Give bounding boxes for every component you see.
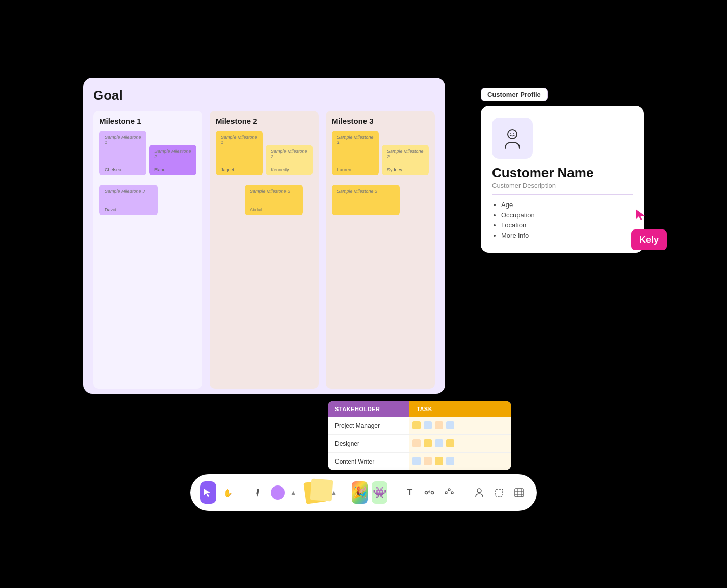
cell-3 bbox=[435, 457, 443, 465]
customer-name: Customer Name bbox=[492, 166, 633, 181]
sticky-m1-1[interactable]: Sample Milestone 1 Chelsea bbox=[99, 131, 146, 175]
goal-board: Goal Milestone 1 Sample Milestone 1 Chel… bbox=[83, 78, 445, 394]
frame-tool-button[interactable] bbox=[491, 481, 507, 504]
cell-1 bbox=[412, 439, 421, 447]
cursor-tool-button[interactable] bbox=[200, 481, 216, 504]
milestone-2-header: Milestone 2 bbox=[216, 117, 313, 125]
svg-point-0 bbox=[508, 130, 517, 139]
milestone-col-2: Milestone 2 Sample Milestone 1 Jarjeet S… bbox=[210, 111, 319, 389]
sticky-m1-2[interactable]: Sample Milestone 2 Rahul bbox=[149, 145, 196, 175]
table-row[interactable]: Designer bbox=[328, 435, 511, 453]
sticky-m1-3[interactable]: Sample Milestone 3 David bbox=[99, 185, 158, 215]
cell-1 bbox=[412, 421, 421, 429]
toolbar-divider-2 bbox=[345, 483, 345, 502]
milestone-1-header: Milestone 1 bbox=[99, 117, 196, 125]
sticky-m3-3[interactable]: Sample Milestone 3 bbox=[332, 185, 400, 215]
sticky-m3-2[interactable]: Sample Milestone 2 Sydney bbox=[382, 145, 429, 175]
text-tool-button[interactable]: T bbox=[402, 481, 418, 504]
pen-tool-button[interactable] bbox=[250, 481, 266, 504]
cell-2 bbox=[424, 457, 432, 465]
goal-title: Goal bbox=[93, 88, 435, 104]
toolbar-divider-3 bbox=[395, 483, 395, 502]
cell-2 bbox=[424, 421, 432, 429]
svg-point-2 bbox=[513, 133, 514, 134]
cell-3 bbox=[435, 421, 443, 429]
profile-list: Age Occupation Location More info bbox=[492, 201, 633, 239]
task-cells-3 bbox=[409, 453, 511, 470]
stakeholder-name-2: Designer bbox=[328, 435, 409, 452]
text-icon: T bbox=[407, 487, 412, 498]
user-badge-kely: Kely bbox=[631, 229, 667, 250]
person-tool-button[interactable] bbox=[472, 481, 487, 504]
person-tool-icon bbox=[474, 488, 484, 498]
toolbar: ✋ ▲ ▲ 🎉 👾 bbox=[190, 474, 537, 511]
table-tool-button[interactable] bbox=[511, 481, 527, 504]
svg-marker-3 bbox=[636, 209, 645, 220]
connector-tool-button[interactable] bbox=[422, 481, 437, 504]
sticky-m2-3[interactable]: Sample Milestone 3 Abdul bbox=[245, 185, 303, 215]
svg-text:✋: ✋ bbox=[223, 489, 232, 497]
pen-icon bbox=[253, 488, 263, 497]
avatar bbox=[492, 118, 533, 159]
customer-profile-tab[interactable]: Customer Profile bbox=[481, 88, 548, 101]
svg-point-12 bbox=[448, 489, 450, 491]
hand-tool-button[interactable]: ✋ bbox=[220, 481, 236, 504]
table-row[interactable]: Content Writer bbox=[328, 453, 511, 470]
profile-divider bbox=[492, 194, 633, 195]
cell-2 bbox=[424, 439, 432, 447]
cell-1 bbox=[412, 457, 421, 465]
task-cells-1 bbox=[409, 417, 511, 434]
profile-list-item: Age bbox=[501, 201, 633, 209]
svg-point-9 bbox=[431, 491, 434, 494]
stakeholder-name-3: Content Writer bbox=[328, 453, 409, 470]
circle-shape-icon bbox=[271, 485, 285, 500]
svg-marker-4 bbox=[204, 489, 211, 497]
sticky-stack-decoration bbox=[305, 479, 326, 506]
col-stakeholder-header: STAKEHOLDER bbox=[328, 401, 409, 417]
cell-4 bbox=[446, 457, 454, 465]
profile-list-item: Occupation bbox=[501, 211, 633, 219]
sticky-m3-1[interactable]: Sample Milestone 1 Lauren bbox=[332, 131, 379, 175]
sticker-monster-button[interactable]: 👾 bbox=[372, 481, 387, 504]
milestone-col-1: Milestone 1 Sample Milestone 1 Chelsea S… bbox=[93, 111, 202, 389]
frame-tool-icon bbox=[494, 488, 504, 498]
col-task-header: TASK bbox=[409, 401, 511, 417]
toolbar-divider-4 bbox=[464, 483, 464, 502]
hand-icon: ✋ bbox=[223, 488, 232, 497]
svg-rect-15 bbox=[496, 489, 503, 496]
svg-point-1 bbox=[510, 133, 511, 134]
sticky-m2-1[interactable]: Sample Milestone 1 Jarjeet bbox=[216, 131, 263, 175]
stakeholder-name-1: Project Manager bbox=[328, 417, 409, 434]
connector-icon bbox=[424, 488, 434, 498]
svg-point-11 bbox=[445, 492, 447, 494]
svg-point-13 bbox=[451, 492, 453, 494]
more-options-icon bbox=[444, 488, 454, 498]
svg-rect-6 bbox=[256, 488, 259, 495]
profile-list-item: More info bbox=[501, 232, 633, 239]
table-header: STAKEHOLDER TASK bbox=[328, 401, 511, 417]
svg-rect-16 bbox=[515, 489, 523, 497]
table-tool-icon bbox=[514, 488, 524, 498]
sticky-m2-2[interactable]: Sample Milestone 2 Kennedy bbox=[266, 145, 313, 175]
svg-point-14 bbox=[477, 489, 481, 493]
profile-list-item: Location bbox=[501, 221, 633, 229]
sticky-icon bbox=[310, 478, 333, 501]
cell-4 bbox=[446, 421, 454, 429]
task-cells-2 bbox=[409, 435, 511, 452]
customer-profile-card: Customer Name Customer Description Age O… bbox=[481, 106, 644, 253]
cursor-icon bbox=[203, 488, 213, 497]
person-icon bbox=[499, 125, 526, 151]
more-options-button[interactable] bbox=[442, 481, 457, 504]
milestones-row: Milestone 1 Sample Milestone 1 Chelsea S… bbox=[93, 111, 435, 389]
expand-shapes-button[interactable]: ▲ bbox=[290, 489, 297, 497]
sticker-funnel-button[interactable]: 🎉 bbox=[352, 481, 368, 504]
milestone-3-header: Milestone 3 bbox=[332, 117, 429, 125]
customer-description: Customer Description bbox=[492, 182, 633, 189]
cell-4 bbox=[446, 439, 454, 447]
svg-point-8 bbox=[425, 491, 428, 494]
customer-profile-wrapper: Customer Profile Customer Name Customer … bbox=[481, 88, 644, 253]
table-row[interactable]: Project Manager bbox=[328, 417, 511, 435]
shape-tool-button[interactable] bbox=[270, 481, 286, 504]
cell-3 bbox=[435, 439, 443, 447]
milestone-col-3: Milestone 3 Sample Milestone 1 Lauren Sa… bbox=[326, 111, 435, 389]
